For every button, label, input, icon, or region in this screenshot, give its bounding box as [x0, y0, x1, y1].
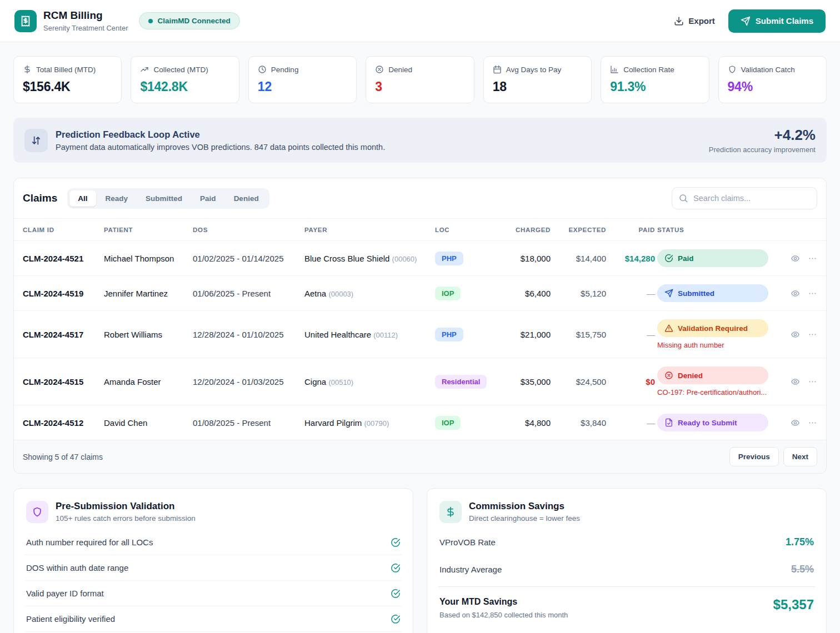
industry-average-value: 5.5%	[791, 564, 814, 575]
validation-rule-label: Patient eligibility verified	[26, 614, 115, 624]
mtd-savings-caption: Based on $142,850 collected this month	[439, 611, 568, 619]
row-menu-button[interactable]	[808, 254, 817, 263]
claims-count-summary: Showing 5 of 47 claims	[23, 453, 103, 461]
eye-icon	[791, 289, 800, 298]
kpi-value: 3	[375, 79, 464, 94]
row-menu-button[interactable]	[808, 330, 817, 339]
payer-name: Harvard Pilgrim	[304, 418, 362, 428]
kpi-value: 12	[258, 79, 347, 94]
vprovob-rate-value: 1.75%	[786, 536, 814, 548]
commission-savings-panel: Commission Savings Direct clearinghouse …	[427, 488, 827, 633]
tab-ready[interactable]: Ready	[97, 190, 137, 207]
pre-submission-validation-panel: Pre-Submission Validation 105+ rules cat…	[13, 488, 413, 633]
kpi-card: Avg Days to Pay18	[483, 56, 592, 103]
payer-code: (00510)	[328, 378, 353, 386]
status-label: Ready to Submit	[678, 419, 737, 427]
column-header-charged: CHARGED	[497, 227, 553, 233]
charged-amount: $6,400	[497, 289, 553, 298]
status-badge: Denied	[657, 366, 768, 384]
eye-icon	[791, 418, 800, 428]
charged-amount: $4,800	[497, 418, 553, 428]
claims-table-footer: Showing 5 of 47 claims Previous Next	[14, 440, 826, 473]
view-claim-button[interactable]	[791, 289, 800, 298]
claim-id: CLM-2024-4517	[23, 330, 104, 339]
tab-submitted[interactable]: Submitted	[137, 190, 191, 207]
check-circle-icon	[391, 614, 401, 624]
submit-claims-button[interactable]: Submit Claims	[728, 9, 826, 33]
expected-amount: $3,840	[553, 418, 608, 428]
expected-amount: $5,120	[553, 289, 608, 298]
industry-average-label: Industry Average	[439, 565, 502, 574]
previous-page-button[interactable]: Previous	[729, 447, 779, 466]
send-icon	[664, 289, 673, 298]
prediction-accuracy-caption: Prediction accuracy improvement	[709, 145, 816, 154]
view-claim-button[interactable]	[791, 254, 800, 263]
arrows-up-down-icon	[24, 129, 48, 152]
validation-rule-list: Auth number required for all LOCsDOS wit…	[25, 530, 402, 633]
claim-id: CLM-2024-4515	[23, 377, 104, 386]
view-claim-button[interactable]	[791, 377, 800, 386]
charged-amount: $21,000	[497, 330, 553, 339]
loc-badge: PHP	[435, 252, 463, 265]
check-circle-icon	[391, 537, 401, 547]
export-button[interactable]: Export	[666, 11, 723, 32]
status-cell: Submitted	[657, 284, 779, 302]
tab-denied[interactable]: Denied	[226, 190, 267, 207]
payer-code: (00060)	[392, 255, 417, 263]
view-claim-button[interactable]	[791, 418, 800, 428]
eye-icon	[791, 254, 800, 263]
tab-paid[interactable]: Paid	[192, 190, 224, 207]
claims-table-header: CLAIM IDPATIENTDOSPAYERLOCCHARGEDEXPECTE…	[14, 218, 826, 241]
download-icon	[674, 16, 684, 26]
validation-rule-item: Valid payer ID format	[25, 581, 402, 606]
paid-amount: $14,280	[608, 254, 657, 263]
loc-badge: IOP	[435, 416, 461, 430]
date-of-service: 12/28/2024 - 01/10/2025	[193, 330, 304, 339]
row-menu-button[interactable]	[808, 418, 817, 428]
calendar-icon	[493, 65, 502, 74]
mtd-savings-label: Your MTD Savings	[439, 597, 568, 607]
status-cell: DeniedCO-197: Pre-certification/authori.…	[657, 366, 779, 396]
claimmd-connected-badge: ClaimMD Connected	[139, 12, 239, 29]
validation-panel-title: Pre-Submission Validation	[56, 501, 196, 512]
loc-badge: Residential	[435, 375, 487, 389]
status-cell: Ready to Submit	[657, 414, 779, 431]
claims-filter-tabs: AllReadySubmittedPaidDenied	[67, 188, 269, 209]
table-row: CLM-2024-4512David Chen01/08/2025 - Pres…	[14, 405, 826, 440]
tab-all[interactable]: All	[69, 190, 96, 207]
row-menu-button[interactable]	[808, 289, 817, 298]
column-header-dos: DOS	[193, 227, 304, 233]
vprovob-rate-label: VProVOB Rate	[439, 537, 496, 547]
view-claim-button[interactable]	[791, 330, 800, 339]
charged-amount: $35,000	[497, 377, 553, 386]
status-note: CO-197: Pre-certification/authori...	[657, 388, 771, 396]
payer-cell: Blue Cross Blue Shield (00060)	[304, 254, 435, 263]
vprovob-rate-row: VProVOB Rate 1.75%	[438, 529, 815, 556]
validation-rule-label: DOS within auth date range	[26, 563, 128, 572]
kpi-label: Pending	[271, 66, 299, 74]
expected-amount: $14,400	[553, 254, 608, 263]
savings-panel-subtitle: Direct clearinghouse = lower fees	[469, 514, 580, 523]
column-header-paid: PAID	[608, 227, 657, 233]
validation-rule-label: Auth number required for all LOCs	[26, 537, 153, 547]
check-circle-icon	[391, 563, 401, 573]
payer-cell: Harvard Pilgrim (00790)	[304, 418, 435, 428]
shield-icon	[728, 65, 737, 74]
payer-code: (00003)	[328, 290, 353, 298]
facility-name: Serenity Treatment Center	[43, 24, 128, 32]
bar-chart-icon	[610, 65, 619, 74]
claimmd-connected-label: ClaimMD Connected	[157, 17, 230, 25]
search-input[interactable]	[672, 187, 817, 209]
paid-amount: $0	[608, 377, 657, 386]
kpi-card: Validation Catch94%	[718, 56, 827, 103]
row-menu-button[interactable]	[808, 377, 817, 386]
column-header-expected: EXPECTED	[553, 227, 608, 233]
column-header-loc: LOC	[435, 227, 497, 233]
kpi-value: $156.4K	[23, 79, 112, 94]
ellipsis-icon	[808, 418, 817, 428]
validation-rule-item: Patient eligibility verified	[25, 606, 402, 632]
next-page-button[interactable]: Next	[783, 447, 817, 466]
loc-cell: IOP	[435, 416, 497, 430]
expected-amount: $15,750	[553, 330, 608, 339]
claims-table-body: CLM-2024-4521Michael Thompson01/02/2025 …	[14, 241, 826, 440]
